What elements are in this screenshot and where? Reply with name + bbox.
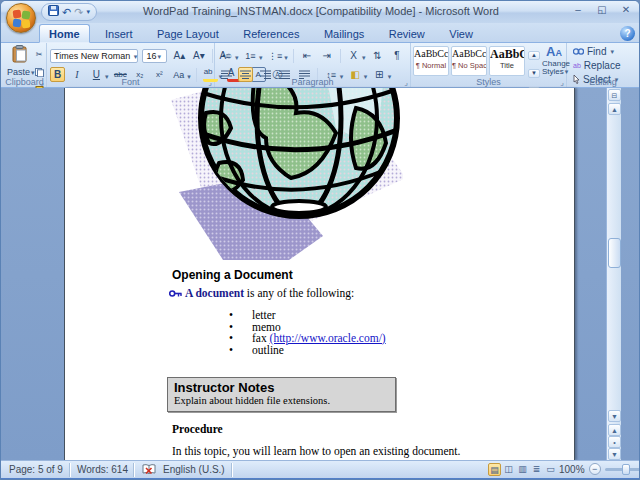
- redo-button[interactable]: ↷: [74, 5, 83, 19]
- list-item: •outline: [229, 345, 386, 357]
- font-dialog-launcher[interactable]: ⌟: [208, 78, 212, 87]
- cut-button[interactable]: ✂: [33, 50, 45, 60]
- bullets-caret-icon[interactable]: ▾: [235, 54, 239, 61]
- window-controls: – ◱ ✕: [571, 4, 633, 15]
- paragraph-dialog-launcher[interactable]: ⌟: [404, 78, 408, 87]
- multilevel-caret-icon[interactable]: ▾: [284, 54, 288, 61]
- close-button[interactable]: ✕: [619, 4, 633, 15]
- font-name-combobox[interactable]: Times New Roman ▾: [50, 49, 138, 63]
- instructor-notes-title: Instructor Notes: [174, 380, 395, 395]
- styles-group-label: Styles: [411, 77, 566, 87]
- numbering-button[interactable]: 1≡: [243, 48, 258, 63]
- bullet-list: •letter •memo •fax (http://www.oracle.co…: [229, 310, 386, 356]
- instructor-notes-box: Instructor Notes Explain about hidden fi…: [167, 377, 396, 412]
- outline-view-button[interactable]: ≣: [530, 463, 543, 476]
- font-size-caret-icon: ▾: [157, 53, 161, 60]
- group-editing: Find ▾ ab Replace Select ▾ Editing: [567, 43, 639, 87]
- print-layout-view-button[interactable]: ▤: [488, 463, 501, 476]
- undo-button[interactable]: ↶: [62, 5, 71, 19]
- decrease-indent-button[interactable]: ⇤: [300, 48, 315, 63]
- sort-button[interactable]: ⇅: [370, 48, 385, 63]
- qat-customize-button[interactable]: ▾: [86, 5, 90, 19]
- paste-button[interactable]: Paste▾: [7, 45, 33, 77]
- restore-button[interactable]: ◱: [595, 4, 609, 15]
- word-count[interactable]: Words: 614: [77, 463, 128, 477]
- ruler-toggle-button[interactable]: ⊟: [608, 89, 621, 101]
- key-term-line: A document is any of the following:: [169, 287, 354, 299]
- previous-page-button[interactable]: ▲: [608, 424, 621, 436]
- asian-layout-button[interactable]: X: [346, 48, 361, 63]
- save-button[interactable]: [48, 5, 59, 19]
- word-window: WordPad Training_INSTMAN.docx [Compatibi…: [0, 0, 640, 480]
- web-layout-view-button[interactable]: ▥: [516, 463, 529, 476]
- tab-mailings[interactable]: Mailings: [315, 25, 373, 42]
- vertical-scrollbar[interactable]: ⊟ ▲ ▼ ▲ • ▼: [606, 88, 621, 460]
- oracle-hyperlink[interactable]: (http://www.oracle.com/): [270, 332, 386, 344]
- minimize-button[interactable]: –: [571, 4, 585, 15]
- tab-home[interactable]: Home: [39, 24, 90, 43]
- replace-icon: ab: [573, 62, 581, 69]
- view-shortcuts: ▤ ◫ ▥ ≣ ▭: [488, 463, 557, 476]
- globe-clipart-image[interactable]: [171, 88, 403, 260]
- ribbon: Paste▾ ✂ Clipboard ⌟: [1, 43, 640, 88]
- instructor-notes-body: Explain about hidden file extensions.: [174, 395, 395, 406]
- procedure-heading: Procedure: [172, 423, 223, 435]
- list-item: •letter: [229, 310, 386, 322]
- style-normal[interactable]: AaBbCcI ¶ Normal: [413, 46, 449, 76]
- styles-scroll-up-button[interactable]: ▲: [528, 51, 540, 60]
- find-caret-icon: ▾: [610, 48, 614, 56]
- zoom-level[interactable]: 100%: [559, 464, 585, 475]
- clipboard-dialog-launcher[interactable]: ⌟: [40, 78, 44, 87]
- tab-page-layout[interactable]: Page Layout: [148, 25, 228, 42]
- proofing-status-icon[interactable]: [142, 464, 156, 478]
- status-bar: Page: 5 of 9 Words: 614 English (U.S.) ▤…: [1, 460, 640, 478]
- change-styles-button[interactable]: AA Change Styles▾: [542, 45, 566, 76]
- tab-references[interactable]: References: [234, 25, 308, 42]
- zoom-controls: 100% − +: [559, 463, 640, 475]
- tab-view[interactable]: View: [440, 25, 482, 42]
- multilevel-list-button[interactable]: ⋮≡: [267, 48, 283, 63]
- key-term-icon: [169, 289, 182, 298]
- zoom-slider-thumb[interactable]: [622, 464, 630, 475]
- font-name-caret-icon: ▾: [134, 53, 138, 60]
- show-hide-pilcrow-button[interactable]: ¶: [389, 48, 404, 63]
- zoom-out-button[interactable]: −: [589, 463, 601, 475]
- shrink-font-button[interactable]: A▾: [191, 48, 206, 63]
- style-title[interactable]: AaBbC Title: [489, 46, 525, 76]
- document-page[interactable]: Opening a Document A document is any of …: [64, 88, 575, 460]
- find-binoculars-icon: [573, 48, 584, 55]
- select-browse-object-button[interactable]: •: [608, 436, 621, 448]
- scroll-down-button[interactable]: ▼: [608, 410, 621, 422]
- numbering-caret-icon[interactable]: ▾: [259, 54, 263, 61]
- font-size-combobox[interactable]: 16▾: [142, 49, 167, 63]
- asian-layout-caret-icon[interactable]: ▾: [362, 54, 366, 61]
- list-item: •fax (http://www.oracle.com/): [229, 333, 386, 345]
- grow-font-button[interactable]: A▴: [172, 48, 187, 63]
- scroll-up-button[interactable]: ▲: [608, 103, 621, 115]
- next-page-button[interactable]: ▼: [608, 448, 621, 460]
- styles-dialog-launcher[interactable]: ⌟: [560, 78, 564, 87]
- help-icon[interactable]: ?: [620, 26, 635, 41]
- scrollbar-thumb[interactable]: [608, 238, 621, 268]
- bullets-button[interactable]: •≡: [219, 48, 234, 63]
- document-area: Opening a Document A document is any of …: [1, 88, 640, 460]
- draft-view-button[interactable]: ▭: [544, 463, 557, 476]
- language-indicator[interactable]: English (U.S.): [163, 463, 225, 477]
- title-bar: WordPad Training_INSTMAN.docx [Compatibi…: [1, 1, 640, 23]
- tab-insert[interactable]: Insert: [96, 25, 142, 42]
- paste-clipboard-icon: [12, 45, 28, 63]
- page-indicator[interactable]: Page: 5 of 9: [9, 463, 63, 477]
- body-paragraph: In this topic, you will learn how to ope…: [172, 445, 460, 457]
- style-no-spacing[interactable]: AaBbCcI ¶ No Spaci..: [451, 46, 487, 76]
- full-screen-reading-view-button[interactable]: ◫: [502, 463, 515, 476]
- replace-button[interactable]: ab Replace: [573, 59, 621, 72]
- group-styles: AaBbCcI ¶ Normal AaBbCcI ¶ No Spaci.. Aa…: [411, 43, 567, 87]
- group-clipboard: Paste▾ ✂ Clipboard ⌟: [3, 43, 47, 87]
- copy-icon: [35, 68, 44, 77]
- section-heading: Opening a Document: [172, 268, 293, 282]
- tab-review[interactable]: Review: [380, 25, 434, 42]
- zoom-slider[interactable]: [605, 468, 640, 471]
- office-button[interactable]: [6, 3, 36, 33]
- find-button[interactable]: Find ▾: [573, 45, 614, 58]
- increase-indent-button[interactable]: ⇥: [319, 48, 334, 63]
